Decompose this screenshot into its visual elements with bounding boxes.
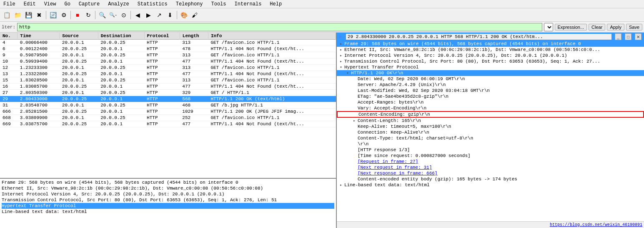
- tree-row[interactable]: Date: Wed, 02 Sep 2020 06:00:19 GMT\r\n: [337, 76, 644, 82]
- stop-btn[interactable]: ■: [73, 10, 83, 20]
- table-row[interactable]: 121.2323330020.0.0.120.0.0.25HTTP313GET …: [0, 65, 336, 71]
- table-row[interactable]: 161.8308570020.0.0.2520.0.0.1HTTP477HTTP…: [0, 84, 336, 90]
- packet-list[interactable]: No. Time Source Destination Protocol Len…: [0, 33, 336, 178]
- expand-icon[interactable]: ▸: [338, 59, 343, 64]
- expand-icon[interactable]: ▸: [352, 118, 357, 123]
- tree-node-text: ETag: "ae-5ae4be435d2c8-gzip"\r\n: [358, 94, 642, 99]
- menu-tools[interactable]: Tools: [210, 1, 228, 7]
- statusbar-link[interactable]: https://blog.csdn.net/weixin_46190891: [550, 223, 642, 227]
- tree-row[interactable]: ▸Content-Length: 165\r\n: [337, 118, 644, 124]
- expand-icon[interactable]: ▸: [338, 53, 343, 58]
- tree-row[interactable]: Connection: Keep-Alive\r\n: [337, 129, 644, 135]
- left-panel: No. Time Source Destination Protocol Len…: [0, 33, 337, 228]
- detail-line[interactable]: Line-based text data: text/html: [2, 209, 334, 215]
- back-btn[interactable]: ◀: [133, 10, 143, 20]
- capture-opts-btn[interactable]: ⚙: [59, 10, 69, 20]
- expression-btn[interactable]: Expression...: [555, 24, 587, 30]
- tree-row[interactable]: Vary: Accept-Encoding\r\n: [337, 105, 644, 111]
- menu-statistics[interactable]: Statistics: [136, 1, 169, 7]
- tree-row[interactable]: ▸Transmission Control Protocol, Src Port…: [337, 58, 644, 64]
- minimize-btn[interactable]: _: [615, 33, 621, 40]
- expand-icon[interactable]: ▾: [345, 71, 350, 76]
- restart-btn[interactable]: ↻: [83, 10, 93, 20]
- go-to-btn[interactable]: ↗: [154, 10, 164, 20]
- menu-analyze[interactable]: Analyze: [106, 1, 130, 7]
- tree-node-text[interactable]: [Next request in frame: 31]: [358, 165, 642, 170]
- menu-help[interactable]: Help: [268, 1, 283, 7]
- table-row[interactable]: 292.8043300020.0.0.2520.0.0.1HTTP568HTTP…: [0, 96, 336, 102]
- detail-line[interactable]: Transmission Control Protocol, Src Port:…: [2, 197, 334, 203]
- tree-row[interactable]: Content-Type: text/html; charset=utf-8\r…: [337, 135, 644, 141]
- tree-row[interactable]: ▸Line-based text data: text/html: [337, 182, 644, 188]
- toolbar: 📋 📁 💾 ✖ 🔄 ⚙ ■ ↻ 🔍 🔍- ⊙ ◀ ▶ ↗ ⬇ 🎨 🖌: [0, 8, 644, 22]
- menu-internals[interactable]: Internals: [233, 1, 263, 7]
- menu-go[interactable]: Go: [63, 1, 72, 7]
- filter-input[interactable]: [17, 23, 542, 31]
- table-row[interactable]: 131.2332280020.0.0.2520.0.0.1HTTP477HTTP…: [0, 71, 336, 77]
- tree-row[interactable]: ▸Ethernet II, Src: Vmware_98:2c:1b (00:0…: [337, 47, 644, 53]
- filter-dropdown[interactable]: [544, 23, 553, 31]
- colorize-btn[interactable]: 🎨: [179, 10, 189, 20]
- tree-row[interactable]: Keep-Alive: timeout=5, max=100\r\n: [337, 124, 644, 129]
- tree-row[interactable]: [Request in frame: 27]: [337, 159, 644, 165]
- tree-row[interactable]: ▾HTTP/1.1 200 OK\r\n: [337, 70, 644, 76]
- tree-row[interactable]: \r\n: [337, 141, 644, 147]
- table-row[interactable]: 6683.0380990020.0.0.120.0.0.25HTTP252GET…: [0, 115, 336, 121]
- tree-row[interactable]: Last-Modified: Wed, 02 Sep 2020 03:04:18…: [337, 88, 644, 94]
- expand-icon[interactable]: ▸: [338, 47, 343, 52]
- tree-row[interactable]: Content-Encoding: gzip\r\n: [337, 111, 644, 118]
- table-row[interactable]: 60.0012240020.0.0.2520.0.0.1HTTP478HTTP/…: [0, 46, 336, 52]
- zoom-in-btn[interactable]: 🔍: [97, 10, 107, 20]
- menu-edit[interactable]: Edit: [22, 1, 38, 7]
- new-capture-btn[interactable]: 📋: [2, 10, 12, 20]
- maximize-btn[interactable]: □: [625, 33, 631, 40]
- tree-row[interactable]: Server: Apache/2.4.29 (Unix)\r\n: [337, 82, 644, 88]
- tree-node-text: \r\n: [358, 142, 642, 147]
- expand-icon[interactable]: ▸: [338, 182, 343, 187]
- expand-icon[interactable]: ▸: [338, 41, 343, 46]
- save-btn[interactable]: 💾: [23, 10, 33, 20]
- menu-capture[interactable]: Capture: [77, 1, 101, 7]
- tree-row[interactable]: ▸Internet Protocol Version 4, Src: 20.0.…: [337, 53, 644, 58]
- tree-row[interactable]: ▸Frame 29: 568 bytes on wire (4544 bits)…: [337, 41, 644, 47]
- detail-line[interactable]: Internet Protocol Version 4, Src: 20.0.0…: [2, 191, 334, 197]
- table-row[interactable]: 312.8354870020.0.0.120.0.0.25HTTP468GET …: [0, 102, 336, 109]
- table-row[interactable]: 100.5993940020.0.0.2520.0.0.1HTTP477HTTP…: [0, 58, 336, 65]
- clear-btn[interactable]: Clear: [589, 24, 605, 30]
- tree-node-text[interactable]: [Next response in frame: 666]: [358, 171, 642, 176]
- tree-row[interactable]: [Time since request: 0.000827000 seconds…: [337, 153, 644, 159]
- forward-btn[interactable]: ▶: [143, 10, 153, 20]
- table-row[interactable]: 151.8302850020.0.0.120.0.0.25HTTP313GET …: [0, 77, 336, 84]
- tree-row[interactable]: [Next response in frame: 666]: [337, 170, 644, 176]
- table-row[interactable]: 90.5987950020.0.0.120.0.0.25HTTP313GET /…: [0, 52, 336, 58]
- close-window-btn[interactable]: ✕: [635, 33, 641, 40]
- save-filter-btn[interactable]: Save: [626, 24, 642, 30]
- tree-row[interactable]: ETag: "ae-5ae4be435d2c8-gzip"\r\n: [337, 94, 644, 99]
- menu-telephony[interactable]: Telephony: [174, 1, 205, 7]
- table-row[interactable]: 272.8035030020.0.0.120.0.0.25HTTP329GET …: [0, 90, 336, 96]
- menu-view[interactable]: View: [43, 1, 58, 7]
- expand-icon[interactable]: ▾: [338, 65, 343, 70]
- zoom-out-btn[interactable]: 🔍-: [108, 10, 118, 20]
- detail-line[interactable]: Ethernet II, Src: Vmware_98:2c:1b (00:0c…: [2, 185, 334, 191]
- tree-node-text[interactable]: [Request in frame: 27]: [358, 159, 642, 164]
- detail-line[interactable]: Frame 29: 568 bytes on wire (4544 bits),…: [2, 180, 334, 185]
- open-btn[interactable]: 📁: [13, 10, 23, 20]
- close-btn[interactable]: ✖: [34, 10, 44, 20]
- zoom-normal-btn[interactable]: ⊙: [119, 10, 129, 20]
- tree-row[interactable]: ▾Hypertext Transfer Protocol: [337, 64, 644, 70]
- table-row[interactable]: 6693.0387570020.0.0.2520.0.0.1HTTP477HTT…: [0, 121, 336, 127]
- coloring-rules-btn[interactable]: 🖌: [190, 10, 200, 20]
- table-row[interactable]: 40.0006640020.0.0.120.0.0.25HTTP313GET /…: [0, 40, 336, 46]
- tree-row[interactable]: Content-encoded entity body (gzip): 165 …: [337, 176, 644, 182]
- scroll-down-btn[interactable]: ⬇: [165, 10, 175, 20]
- tree-view[interactable]: ▸Frame 29: 568 bytes on wire (4544 bits)…: [337, 41, 644, 228]
- tree-row[interactable]: Accept-Ranges: bytes\r\n: [337, 99, 644, 105]
- table-row[interactable]: 6662.8528150020.0.0.2520.0.0.1HTTP1029HT…: [0, 109, 336, 115]
- detail-line[interactable]: Hypertext Transfer Protocol: [2, 203, 334, 209]
- menu-file[interactable]: File: [2, 1, 17, 7]
- reload-btn[interactable]: 🔄: [48, 10, 58, 20]
- apply-btn[interactable]: Apply: [607, 24, 624, 30]
- tree-row[interactable]: [Next request in frame: 31]: [337, 165, 644, 170]
- tree-row[interactable]: [HTTP response 1/3]: [337, 147, 644, 153]
